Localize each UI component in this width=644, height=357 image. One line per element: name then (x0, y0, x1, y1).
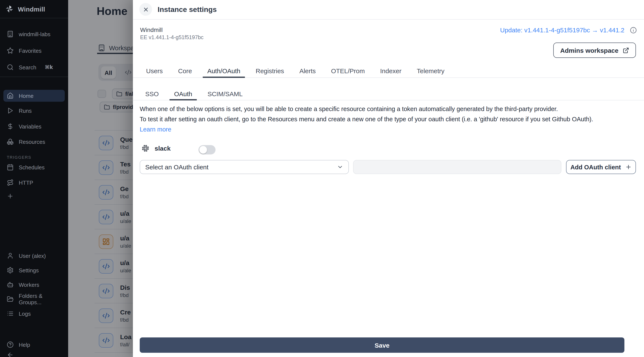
user-icon (7, 252, 14, 259)
play-icon (7, 107, 14, 114)
windmill-app: Windmill windmill-labs Favorites Search … (0, 0, 644, 357)
close-button[interactable] (139, 3, 152, 16)
app-name: Windmill (140, 26, 163, 33)
add-trigger-button[interactable] (4, 190, 65, 202)
sidebar-item-label: Runs (19, 107, 32, 114)
instance-settings-drawer: Instance settings Windmill EE v1.441.1-4… (133, 0, 644, 357)
help-circle-icon (7, 341, 14, 348)
chevron-down-icon (337, 164, 343, 170)
auth-subtabs: SSO OAuth SCIM/SAML (133, 88, 644, 100)
sidebar-item-label: Favorites (19, 47, 42, 54)
sidebar-item-label: windmill-labs (19, 31, 50, 37)
building-icon (7, 31, 14, 37)
home-icon (7, 92, 14, 99)
update-link[interactable]: Update: v1.441.1-4-g51f5197bc → v1.441.2 (500, 26, 624, 34)
sidebar-item-settings[interactable]: Settings (4, 264, 65, 276)
route-icon (7, 179, 14, 186)
tab-otel-prom[interactable]: OTEL/Prom (326, 64, 370, 77)
triggers-section-label: TRIGGERS (7, 155, 31, 160)
subtab-sso[interactable]: SSO (140, 88, 163, 100)
tab-users[interactable]: Users (142, 64, 168, 77)
sidebar-item-label: HTTP (19, 179, 33, 186)
save-button[interactable]: Save (140, 338, 624, 353)
sidebar-item-home[interactable]: Home (4, 90, 65, 102)
tab-indexer[interactable]: Indexer (376, 64, 406, 77)
sidebar-item-workspace[interactable]: windmill-labs (4, 28, 65, 40)
slack-icon (142, 145, 149, 152)
sidebar-item-label: Workers (19, 282, 39, 288)
subtab-scim-saml[interactable]: SCIM/SAML (203, 88, 247, 100)
oauth-client-input[interactable] (353, 160, 561, 174)
sidebar-item-logs[interactable]: Logs (4, 308, 65, 320)
sidebar-item-label: Settings (19, 267, 39, 273)
slack-oauth-toggle[interactable] (198, 145, 216, 154)
settings-tabs: Users Core Auth/OAuth Registries Alerts … (133, 64, 644, 78)
sidebar-item-variables[interactable]: Variables (4, 120, 65, 132)
sidebar-item-workers[interactable]: Workers (4, 279, 65, 291)
sidebar-item-label: Resources (19, 138, 45, 145)
sidebar-item-http[interactable]: HTTP (4, 177, 65, 189)
add-oauth-client-label: Add OAuth client (570, 164, 621, 170)
slack-provider-row: slack (142, 145, 170, 152)
admins-workspace-button[interactable]: Admins workspace (554, 42, 636, 58)
search-icon (7, 64, 14, 71)
sidebar-item-resources[interactable]: Resources (4, 136, 65, 148)
tab-telemetry[interactable]: Telemetry (412, 64, 449, 77)
sidebar-item-favorites[interactable]: Favorites (4, 45, 65, 57)
boxes-icon (7, 138, 14, 145)
search-shortcut: ⌘k (45, 64, 53, 70)
tab-registries[interactable]: Registries (251, 64, 289, 77)
collapse-sidebar-button[interactable] (4, 349, 65, 357)
version-text: EE v1.441.1-4-g51f5197bc (140, 34, 204, 40)
list-icon (7, 310, 14, 317)
update-row: Update: v1.441.1-4-g51f5197bc → v1.441.2 (500, 26, 637, 34)
star-icon (7, 47, 14, 54)
sidebar-divider (0, 77, 68, 77)
tab-alerts[interactable]: Alerts (295, 64, 320, 77)
calendar-icon (7, 164, 14, 171)
sidebar-item-user[interactable]: User (alex) (4, 250, 65, 262)
description-line-2: To test it after setting an oauth client… (140, 114, 630, 124)
windmill-logo-icon (5, 5, 14, 13)
close-icon (142, 6, 149, 12)
plus-icon (625, 164, 632, 170)
sidebar-item-folders-groups[interactable]: Folders & Groups... (4, 293, 65, 305)
folder-open-icon (7, 296, 14, 303)
gear-icon (7, 267, 14, 274)
add-oauth-client-button[interactable]: Add OAuth client (566, 160, 636, 174)
sidebar-item-label: Search (19, 64, 36, 70)
sidebar-item-label: Help (19, 342, 30, 348)
oauth-client-controls: Select an OAuth client Add OAuth client (133, 160, 644, 174)
sidebar-item-search[interactable]: Search ⌘k (4, 61, 65, 73)
admins-workspace-label: Admins workspace (560, 47, 618, 54)
sidebar-item-label: Folders & Groups... (19, 293, 61, 306)
sidebar-item-runs[interactable]: Runs (4, 105, 65, 117)
sidebar-item-label: Variables (19, 123, 41, 130)
tab-auth-oauth[interactable]: Auth/OAuth (202, 64, 245, 77)
sidebar: Windmill windmill-labs Favorites Search … (0, 0, 68, 357)
description-line-1: When one of the below options is set, yo… (140, 104, 630, 114)
sidebar-item-label: User (alex) (19, 253, 46, 259)
provider-name: slack (154, 145, 170, 152)
oauth-client-select[interactable]: Select an OAuth client (140, 160, 349, 174)
sidebar-item-label: Logs (19, 310, 31, 317)
bot-icon (7, 281, 14, 288)
dollar-icon (7, 123, 14, 130)
brand-name: Windmill (18, 5, 45, 12)
subtab-oauth[interactable]: OAuth (169, 88, 197, 100)
oauth-description: When one of the below options is set, yo… (140, 104, 630, 134)
info-icon[interactable] (630, 26, 637, 33)
toggle-knob (199, 146, 207, 154)
drawer-header: Instance settings (133, 0, 644, 19)
learn-more-link[interactable]: Learn more (140, 124, 171, 134)
select-value: Select an OAuth client (145, 163, 208, 171)
plus-icon (7, 193, 14, 200)
drawer-title: Instance settings (158, 0, 217, 19)
external-link-icon (623, 47, 629, 53)
tab-core[interactable]: Core (173, 64, 196, 77)
arrow-left-icon (7, 352, 14, 357)
sidebar-item-label: Schedules (19, 164, 44, 170)
sidebar-item-label: Home (19, 92, 34, 99)
sidebar-header: Windmill (0, 0, 68, 18)
sidebar-item-schedules[interactable]: Schedules (4, 161, 65, 173)
